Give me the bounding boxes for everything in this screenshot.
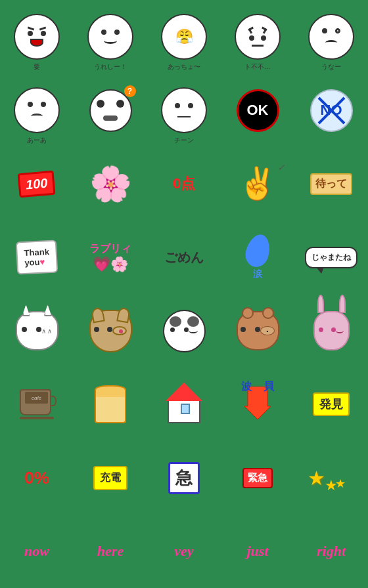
cell-r3-c2[interactable]: 🌸 bbox=[74, 147, 147, 220]
hundred-stamp: 100 bbox=[18, 170, 56, 198]
cell-r8-c5[interactable]: right bbox=[294, 514, 368, 588]
emoji-grid: 要 うれしー！ 😤 あっちょ〜 bbox=[0, 0, 368, 588]
cell-r5-c4[interactable]: • bbox=[221, 294, 294, 368]
cell-r7-c3[interactable]: 急 bbox=[147, 441, 221, 514]
label-r1-c1: 要 bbox=[34, 62, 40, 72]
dog-face bbox=[89, 310, 132, 352]
cell-r7-c5[interactable]: ★ ★ ★ bbox=[294, 441, 368, 514]
cell-r8-c2[interactable]: here bbox=[74, 514, 147, 588]
arrow-down-sticker: 波 貝 bbox=[244, 387, 271, 422]
cell-r3-c5[interactable]: 待って bbox=[294, 147, 368, 220]
cell-r1-c3[interactable]: 😤 あっちょ〜 bbox=[147, 0, 221, 74]
cell-r4-c5[interactable]: じゃまたね bbox=[294, 220, 368, 294]
cell-r3-c3[interactable]: 0点 bbox=[147, 147, 221, 220]
panda-face bbox=[163, 310, 206, 352]
cell-r8-c1[interactable]: now bbox=[0, 514, 74, 588]
house-sticker bbox=[166, 385, 202, 423]
cell-r2-c4[interactable]: OK bbox=[221, 74, 294, 147]
cell-r1-c4[interactable]: ト不不… bbox=[221, 0, 294, 74]
cell-r5-c2[interactable] bbox=[74, 294, 147, 368]
cell-r3-c4[interactable]: ✌ ✓ bbox=[221, 147, 294, 220]
cell-r7-c2[interactable]: 充電 bbox=[74, 441, 147, 514]
word-here: here bbox=[97, 543, 124, 560]
cell-r8-c4[interactable]: just bbox=[221, 514, 294, 588]
zero-percent-sticker: 0% bbox=[24, 468, 49, 488]
stars-sticker: ★ ★ ★ bbox=[308, 467, 355, 490]
matte-sticker: 待って bbox=[310, 173, 352, 195]
kinkyuu-sticker: 緊急 bbox=[242, 468, 273, 488]
cell-r6-c1[interactable]: cafe bbox=[0, 368, 74, 441]
word-right: right bbox=[317, 543, 346, 560]
cell-r1-c1[interactable]: 要 bbox=[0, 0, 74, 74]
label-r1-c3: あっちょ〜 bbox=[168, 62, 200, 72]
cell-r4-c3[interactable]: ごめん bbox=[147, 220, 221, 294]
cell-r5-c1[interactable]: ∧ ∧ bbox=[0, 294, 74, 368]
cell-r5-c5[interactable] bbox=[294, 294, 368, 368]
ok-text: OK bbox=[247, 102, 269, 119]
gomen-text: ごめん bbox=[164, 249, 204, 266]
cell-r6-c5[interactable]: 発見 bbox=[294, 368, 368, 441]
cell-r6-c3[interactable] bbox=[147, 368, 221, 441]
zero-points: 0点 bbox=[173, 174, 195, 194]
cell-r2-c1[interactable]: あーあ bbox=[0, 74, 74, 147]
label-r2-c3: チーン bbox=[174, 136, 194, 145]
swirl-icon: 🌸 bbox=[89, 164, 132, 204]
cell-r6-c2[interactable] bbox=[74, 368, 147, 441]
tear-sticker: 涙 bbox=[246, 234, 269, 280]
juden-sticker: 充電 bbox=[93, 466, 127, 490]
cell-r7-c4[interactable]: 緊急 bbox=[221, 441, 294, 514]
cell-r3-c1[interactable]: 100 bbox=[0, 147, 74, 220]
cell-r4-c2[interactable]: ラブリィ 💗🌸 bbox=[74, 220, 147, 294]
cat-face: ∧ ∧ bbox=[16, 311, 58, 350]
bear-face: • bbox=[237, 311, 279, 350]
thank-you-card: Thank you♥ bbox=[16, 240, 58, 274]
bread-sticker bbox=[95, 385, 126, 423]
kyuu-badge: 急 bbox=[168, 462, 200, 494]
cafe-cup: cafe bbox=[20, 389, 54, 419]
speech-bubble: じゃまたね bbox=[305, 247, 357, 268]
cell-r5-c3[interactable] bbox=[147, 294, 221, 368]
cell-r1-c2[interactable]: うれしー！ bbox=[74, 0, 147, 74]
cell-r6-c4[interactable]: 波 貝 bbox=[221, 368, 294, 441]
cell-r2-c2[interactable]: ? bbox=[74, 74, 147, 147]
label-r2-c1: あーあ bbox=[27, 136, 47, 145]
cell-r2-c3[interactable]: チーン bbox=[147, 74, 221, 147]
word-now: now bbox=[24, 543, 49, 560]
cell-r1-c5[interactable]: うなー bbox=[294, 0, 368, 74]
hakken-sticker: 発見 bbox=[313, 392, 350, 416]
cell-r7-c1[interactable]: 0% bbox=[0, 441, 74, 514]
label-r1-c4: ト不不… bbox=[244, 62, 271, 72]
label-r1-c5: うなー bbox=[321, 62, 341, 72]
rabbit-face bbox=[313, 311, 350, 350]
lovely-sticker: ラブリィ 💗🌸 bbox=[89, 242, 131, 273]
cell-r8-c3[interactable]: vey bbox=[147, 514, 221, 588]
word-just: just bbox=[246, 543, 268, 560]
cell-r4-c1[interactable]: Thank you♥ bbox=[0, 220, 74, 294]
peace-icon: ✌ bbox=[238, 166, 277, 201]
word-vey: vey bbox=[174, 543, 193, 560]
cell-r2-c5[interactable]: NO bbox=[294, 74, 368, 147]
cell-r4-c4[interactable]: 涙 bbox=[221, 220, 294, 294]
label-r1-c2: うれしー！ bbox=[94, 62, 127, 72]
